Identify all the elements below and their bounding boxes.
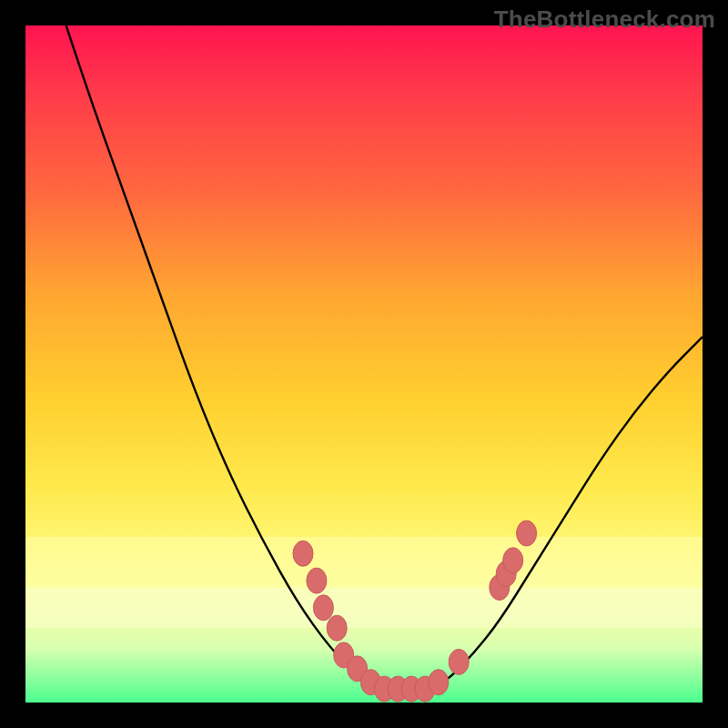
data-marker bbox=[327, 615, 347, 641]
plot-area bbox=[25, 25, 703, 703]
bottleneck-curve bbox=[66, 25, 703, 696]
outer-frame: TheBottleneck.com bbox=[0, 0, 728, 728]
data-marker bbox=[503, 548, 523, 573]
data-marker bbox=[449, 649, 469, 674]
data-marker bbox=[293, 541, 313, 566]
chart-svg bbox=[25, 25, 703, 703]
watermark-text: TheBottleneck.com bbox=[494, 5, 715, 34]
data-marker bbox=[517, 521, 537, 546]
data-marker bbox=[307, 568, 327, 593]
data-markers bbox=[293, 521, 537, 702]
data-marker bbox=[429, 670, 449, 695]
data-marker bbox=[313, 595, 333, 621]
